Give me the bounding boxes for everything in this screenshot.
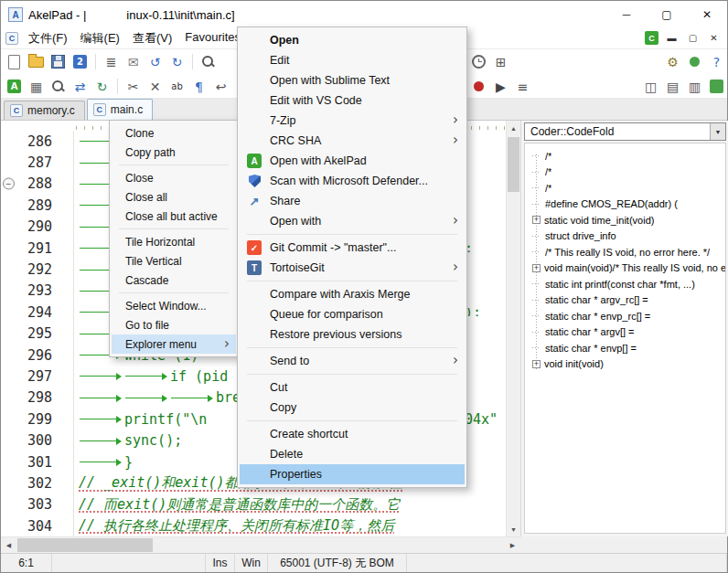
tab-memory-c[interactable]: Cmemory.c — [4, 101, 85, 120]
char-insert-button[interactable]: ⊞ — [491, 52, 510, 71]
menu-item-compare-with-araxis-merge[interactable]: Compare with Araxis Merge — [240, 284, 465, 304]
expand-plus-icon[interactable]: + — [532, 264, 541, 272]
expand-plus-icon[interactable]: + — [532, 360, 541, 368]
menu-item-edit[interactable]: Edit — [240, 50, 465, 70]
menu-item-scan-with-microsoft-defender[interactable]: Scan with Microsoft Defender... — [240, 171, 465, 191]
tree-item-define-cmos-read-addr[interactable]: #define CMOS_READ(addr) ( — [531, 196, 725, 213]
menu-item-edit-with-vs-code[interactable]: Edit with VS Code — [240, 90, 465, 111]
menu-item-open-with[interactable]: Open with› — [240, 211, 465, 231]
mdi-close-button[interactable]: ✕ — [706, 30, 722, 46]
find-replace-button[interactable] — [48, 77, 68, 96]
menu-item-cut[interactable]: Cut — [240, 377, 465, 398]
new-file-button[interactable] — [5, 52, 24, 71]
code-content[interactable]: // 而exit()则通常是普通函数库中的一个函数。它 — [74, 496, 506, 514]
show-symbols-button[interactable]: ¶ — [189, 77, 209, 96]
tree-item-struct-drive-info[interactable]: struct drive_info — [531, 228, 725, 245]
menubar-item-e[interactable]: 编辑(E) — [74, 27, 126, 49]
spell-check-button[interactable]: ab — [167, 77, 187, 96]
panel-toggle-button[interactable]: ▥ — [685, 77, 704, 96]
menu-item-go-to-file[interactable]: Go to file — [112, 315, 236, 334]
word-wrap-button[interactable]: ↩ — [211, 77, 230, 96]
redo-button[interactable]: ↻ — [167, 52, 187, 71]
file-list-button[interactable]: ▤ — [663, 77, 682, 96]
menu-item-queue-for-comparison[interactable]: Queue for comparison — [240, 304, 465, 324]
mdi-restore-button[interactable]: ▢ — [685, 30, 701, 46]
horizontal-scrollbar[interactable]: ◀ ▶ — [1, 536, 520, 553]
menu-item-create-shortcut[interactable]: Create shortcut — [240, 424, 465, 444]
tab-main-c[interactable]: Cmain.c — [87, 99, 153, 120]
play-macro-button[interactable]: ▶ — [491, 77, 510, 96]
title-bar[interactable]: A AkelPad - | inux-0.11\init\main.c] ─ ▢… — [1, 1, 727, 28]
tree-item-item[interactable]: /* — [531, 148, 725, 164]
code-content[interactable]: // 执行各终止处理程序、关闭所有标准IO等，然后 — [74, 517, 506, 535]
vertical-scrollbar[interactable]: ▲ ▼ — [506, 121, 520, 536]
menu-item-select-window[interactable]: Select Window... — [112, 296, 236, 315]
tree-item-void-init-void[interactable]: +void init(void) — [531, 356, 725, 373]
menu-item-7-zip[interactable]: 7-Zip› — [240, 111, 465, 131]
combo-dropdown-button[interactable]: ▼ — [710, 123, 725, 140]
cut-button[interactable]: ✂ — [123, 77, 143, 96]
horizontal-scroll-thumb[interactable] — [17, 538, 153, 552]
tree-item-static-int-printf-const-char-f[interactable]: static int printf(const char *fmt, ...) — [531, 276, 725, 292]
menu-item-open-with-akelpad[interactable]: AOpen with AkelPad — [240, 151, 465, 171]
menu-item-clone[interactable]: Clone — [112, 123, 236, 143]
scroll-up-icon[interactable]: ▲ — [507, 121, 520, 135]
menu-item-properties[interactable]: Properties — [240, 464, 465, 484]
menu-item-open[interactable]: Open — [240, 30, 465, 50]
tree-item-item[interactable]: /* — [531, 180, 725, 196]
expand-plus-icon[interactable]: + — [532, 216, 541, 224]
print-button[interactable]: ≣ — [102, 52, 121, 71]
undo-button[interactable]: ↺ — [145, 52, 165, 71]
menu-item-close-all[interactable]: Close all — [112, 187, 236, 207]
tree-item-static-void-time-init-void[interactable]: +static void time_init(void) — [531, 212, 725, 228]
open-folder-button[interactable] — [27, 52, 46, 71]
split-view-button[interactable]: ◫ — [641, 77, 660, 96]
macro-list-button[interactable]: ≡ — [513, 77, 532, 96]
mdi-doc-icon[interactable]: C — [645, 31, 658, 45]
tree-item-static-char-envp-rc[interactable]: static char * envp_rc[] = — [531, 308, 725, 324]
mail-send-button[interactable]: ✉ — [123, 52, 143, 71]
help-button[interactable]: ? — [707, 52, 726, 71]
scroll-down-icon[interactable]: ▼ — [507, 522, 520, 536]
window-2-button[interactable]: 2 — [70, 52, 90, 71]
menu-item-tile-horizontal[interactable]: Tile Horizontal — [112, 232, 236, 251]
menubar-item-v[interactable]: 查看(V) — [126, 27, 178, 49]
record-macro-button[interactable] — [469, 77, 488, 96]
menu-item-close-all-but-active[interactable]: Close all but active — [112, 207, 236, 226]
menu-item-crc-sha[interactable]: CRC SHA› — [240, 131, 465, 151]
refresh-button[interactable]: ↻ — [92, 77, 112, 96]
tree-item-static-char-argv[interactable]: static char * argv[] = — [531, 324, 725, 341]
menu-item-restore-previous-versions[interactable]: Restore previous versions — [240, 324, 465, 345]
tree-item-static-char-argv-rc[interactable]: static char * argv_rc[] = — [531, 292, 725, 309]
maximize-button[interactable]: ▢ — [647, 1, 687, 28]
settings-button[interactable]: ⚙ — [663, 52, 682, 71]
save-file-button[interactable] — [48, 52, 68, 71]
menu-item-close[interactable]: Close — [112, 168, 236, 187]
menu-item-open-with-sublime-text[interactable]: Open with Sublime Text — [240, 70, 465, 90]
replace-all-button[interactable]: ⇄ — [70, 77, 90, 96]
delete-text-button[interactable]: ✕ — [145, 77, 165, 96]
tree-item-void-main-void-this-really-is-[interactable]: +void main(void)/* This really IS void, … — [531, 260, 725, 277]
menu-item-git-commit-master[interactable]: ✓Git Commit -> "master"... — [240, 238, 465, 258]
menu-item-delete[interactable]: Delete — [240, 444, 465, 464]
keyboard-button[interactable]: ▦ — [27, 77, 46, 96]
tree-item-item[interactable]: /* — [531, 164, 725, 181]
akelpad-logo-button[interactable]: A — [5, 77, 24, 96]
menu-item-explorer-menu[interactable]: Explorer menu› — [112, 334, 236, 354]
find-button[interactable] — [198, 52, 218, 71]
minimize-button[interactable]: ─ — [606, 1, 647, 28]
tree-item-static-char-envp[interactable]: static char * envp[] = — [531, 340, 725, 356]
menubar-item-f[interactable]: 文件(F) — [22, 27, 74, 49]
scroll-left-icon[interactable]: ◀ — [1, 537, 16, 553]
scroll-right-icon[interactable]: ▶ — [505, 537, 520, 553]
vertical-scroll-thumb[interactable] — [508, 137, 519, 192]
mdi-minimize-button[interactable]: ▬ — [664, 30, 680, 46]
recent-files-button[interactable] — [469, 52, 488, 71]
menu-item-send-to[interactable]: Send to› — [240, 351, 465, 371]
menu-item-tortoisegit[interactable]: TTortoiseGit› — [240, 258, 465, 278]
plugins-button[interactable] — [685, 52, 704, 71]
menu-item-cascade[interactable]: Cascade — [112, 271, 236, 290]
tree-item-this-really-is-void-no-error-h[interactable]: /* This really IS void, no error here. *… — [531, 244, 725, 260]
color-theme-button[interactable] — [707, 77, 726, 96]
close-button[interactable]: ✕ — [687, 1, 727, 28]
